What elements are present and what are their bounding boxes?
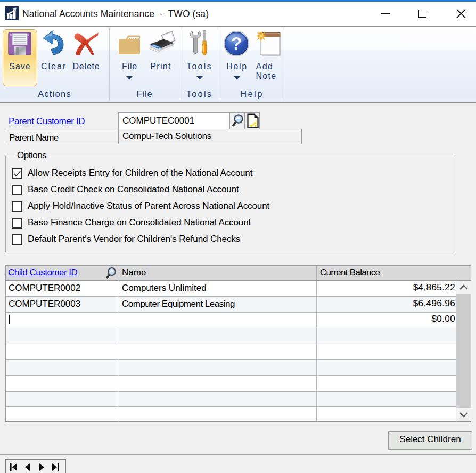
svg-text:?: ?: [231, 34, 242, 53]
